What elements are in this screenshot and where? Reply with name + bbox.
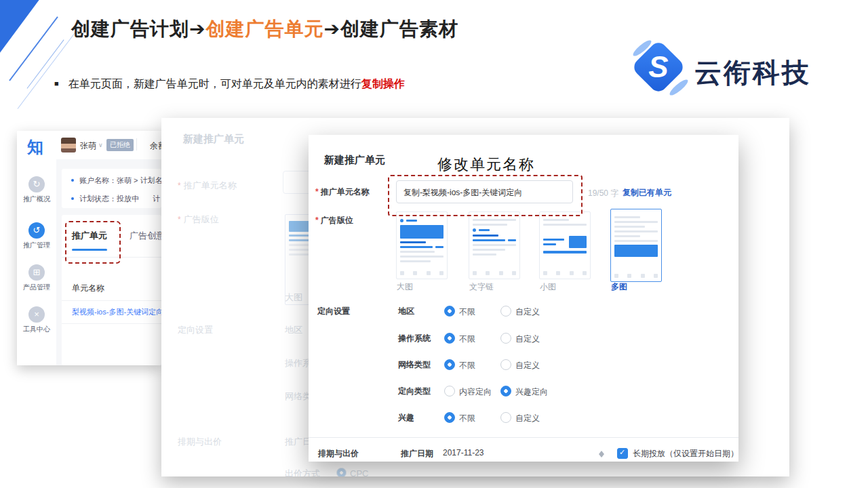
placement-card-small-image[interactable] bbox=[539, 211, 591, 279]
targeting-row-2: 网络类型 不限 自定义 bbox=[309, 359, 738, 371]
longterm-label: 长期投放（仅设置开始日期） bbox=[633, 448, 738, 460]
radio-label: 不限 bbox=[459, 413, 475, 423]
faded-page-title: 新建推广单元 bbox=[183, 133, 244, 146]
radio-option-custom[interactable]: 自定义 bbox=[500, 306, 540, 318]
breadcrumb-status: 计划状态：投放中 bbox=[71, 194, 139, 204]
radio-icon[interactable] bbox=[500, 386, 511, 396]
targeting-row-1: 操作系统 不限 自定义 bbox=[309, 333, 738, 345]
faded-label-text: 广告版位 bbox=[184, 214, 219, 224]
radio-option-unlimited[interactable]: 不限 bbox=[444, 306, 475, 318]
required-asterisk: * bbox=[315, 216, 319, 225]
dot-icon bbox=[71, 179, 74, 182]
date-stepper-icon[interactable] bbox=[599, 448, 606, 459]
faded-region-label: 地区 bbox=[285, 324, 302, 336]
radio-option-unlimited[interactable]: 不限 bbox=[444, 333, 475, 345]
placement-label-text-link: 文字链 bbox=[469, 281, 494, 293]
arrow-icon: ➔ bbox=[323, 18, 340, 39]
radio-icon[interactable] bbox=[444, 359, 455, 370]
annotation-box-tab bbox=[65, 221, 121, 264]
slide: 创建广告计划➔创建广告单元➔创建广告素材 ■在单元页面，新建广告单元时，可对单元… bbox=[0, 0, 868, 488]
placement-label-multi-image: 多图 bbox=[611, 281, 627, 293]
slide-title: 创建广告计划➔创建广告单元➔创建广告素材 bbox=[71, 16, 458, 42]
placement-label-text: 广告版位 bbox=[321, 216, 353, 225]
targeting-row-label: 定向类型 bbox=[398, 386, 431, 397]
bullet-highlight: 复制操作 bbox=[361, 78, 405, 89]
radio-icon[interactable] bbox=[500, 306, 511, 317]
faded-placement-label: *广告版位 bbox=[178, 214, 219, 226]
schedule-section-label: 排期与出价 bbox=[318, 448, 359, 460]
sidebar-item-overview[interactable]: ↻ 推广概况 bbox=[17, 176, 56, 204]
faded-bid-label: 出价方式 bbox=[285, 468, 320, 476]
targeting-row-label: 操作系统 bbox=[398, 333, 431, 344]
sidebar-item-tools-center[interactable]: × 工具中心 bbox=[17, 306, 56, 334]
radio-icon[interactable] bbox=[500, 359, 511, 370]
radio-icon[interactable] bbox=[444, 412, 455, 423]
bullet-square-icon: ■ bbox=[54, 79, 59, 87]
company-name: 云衔科技 bbox=[694, 54, 811, 92]
faded-os-label: 操作系 bbox=[285, 357, 311, 369]
tools-center-icon: × bbox=[28, 306, 45, 323]
user-name[interactable]: 张萌 bbox=[80, 140, 96, 152]
tab-ad-creative[interactable]: 广告创意 bbox=[130, 230, 161, 242]
radio-icon[interactable] bbox=[500, 412, 511, 423]
divider bbox=[309, 437, 738, 438]
chevron-down-icon[interactable]: ∨ bbox=[98, 142, 103, 148]
faded-network-label: 网络类 bbox=[285, 390, 311, 403]
radio-option-unlimited[interactable]: 不限 bbox=[444, 412, 475, 424]
sidebar: 知 ↻ 推广概况 ↺ 推广管理 ⊞ 产品管理 × 工具中心 bbox=[17, 131, 57, 365]
radio-option-custom[interactable]: 自定义 bbox=[500, 412, 540, 424]
placement-card-text-link[interactable] bbox=[469, 211, 520, 279]
radio-icon[interactable] bbox=[444, 306, 455, 317]
radio-option-custom[interactable]: 自定义 bbox=[500, 359, 540, 371]
sidebar-item-label: 推广管理 bbox=[17, 241, 56, 250]
placement-card-multi-image[interactable] bbox=[610, 209, 662, 282]
user-avatar[interactable] bbox=[61, 138, 76, 152]
faded-label-text: 推广单元名称 bbox=[184, 180, 237, 190]
table-row-unit-link[interactable]: 梨视频-ios-多图-关键词定向 bbox=[72, 307, 161, 317]
radio-label: 兴趣定向 bbox=[515, 387, 548, 396]
title-step-2: 创建广告单元 bbox=[205, 18, 323, 39]
radio-option-interest-targeting[interactable]: 兴趣定向 bbox=[500, 386, 548, 398]
modal-title: 新建推广单元 bbox=[324, 154, 385, 167]
promo-date-label: 推广日期 bbox=[401, 448, 433, 460]
product-manage-icon: ⊞ bbox=[28, 264, 45, 281]
placement-card-big-image[interactable] bbox=[396, 211, 448, 279]
targeting-row-3: 定向类型 内容定向 兴趣定向 bbox=[309, 386, 738, 398]
promo-date-value[interactable]: 2017-11-23 bbox=[443, 448, 484, 458]
radio-icon[interactable] bbox=[500, 333, 511, 344]
radio-icon[interactable] bbox=[444, 333, 455, 344]
radio-label: 不限 bbox=[459, 334, 475, 344]
faded-targeting-label: 定向设置 bbox=[178, 324, 213, 336]
table-header-unit-name: 单元名称 bbox=[72, 283, 104, 294]
radio-option-custom[interactable]: 自定义 bbox=[500, 333, 540, 345]
sidebar-item-product-manage[interactable]: ⊞ 产品管理 bbox=[17, 264, 56, 292]
overview-icon: ↻ bbox=[28, 176, 45, 192]
longterm-checkbox[interactable] bbox=[617, 448, 628, 459]
copy-existing-unit-link[interactable]: 复制已有单元 bbox=[623, 187, 671, 199]
faded-name-label: *推广单元名称 bbox=[178, 180, 237, 192]
divider bbox=[136, 138, 137, 150]
annotation-change-unit-name: 修改单元名称 bbox=[437, 155, 535, 175]
cpc-label: CPC bbox=[350, 468, 368, 476]
targeting-row-label: 网络类型 bbox=[398, 359, 431, 371]
radio-label: 自定义 bbox=[515, 334, 540, 344]
sidebar-item-promotion-manage[interactable]: ↺ 推广管理 bbox=[17, 222, 56, 250]
breadcrumb-account: 账户名称：张萌 > 计划名称 bbox=[71, 176, 161, 186]
faded-bigimg-label: 大图 bbox=[285, 291, 302, 304]
bullet-line: ■在单元页面，新建广告单元时，可对单元及单元内的素材进行复制操作 bbox=[54, 77, 405, 92]
sidebar-item-label: 工具中心 bbox=[17, 325, 56, 334]
radio-icon bbox=[336, 468, 347, 476]
radio-label: 自定义 bbox=[515, 307, 540, 317]
required-asterisk: * bbox=[178, 215, 181, 224]
char-counter: 19/50 字 bbox=[588, 188, 618, 199]
required-asterisk: * bbox=[315, 187, 319, 197]
radio-option-content-targeting[interactable]: 内容定向 bbox=[444, 386, 492, 398]
targeting-row-0: 地区 不限 自定义 bbox=[309, 306, 738, 318]
platform-brand-logo: 知 bbox=[27, 136, 43, 158]
radio-label: 内容定向 bbox=[459, 387, 492, 396]
radio-option-unlimited[interactable]: 不限 bbox=[444, 359, 475, 371]
status-badge: 已拒绝 bbox=[106, 139, 134, 151]
radio-icon[interactable] bbox=[444, 386, 455, 396]
unit-name-label: *推广单元名称 bbox=[315, 186, 370, 198]
logo-letter: S bbox=[639, 47, 678, 87]
